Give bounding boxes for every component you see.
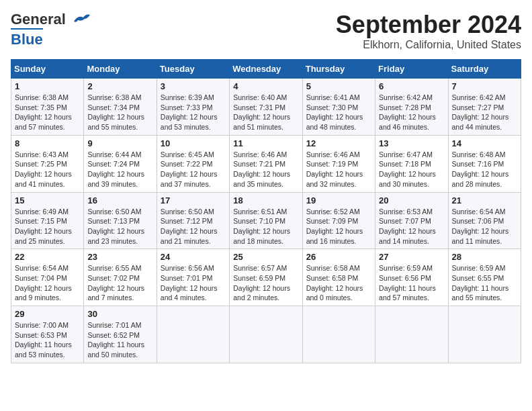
- calendar-cell: 30Sunrise: 7:01 AM Sunset: 6:52 PM Dayli…: [84, 306, 157, 363]
- calendar-cell: 22Sunrise: 6:54 AM Sunset: 7:04 PM Dayli…: [11, 249, 84, 306]
- day-number: 8: [15, 138, 80, 148]
- day-number: 20: [379, 195, 444, 205]
- day-detail: Sunrise: 6:59 AM Sunset: 6:55 PM Dayligh…: [452, 263, 517, 303]
- calendar-cell: 14Sunrise: 6:48 AM Sunset: 7:16 PM Dayli…: [448, 135, 521, 192]
- day-detail: Sunrise: 6:46 AM Sunset: 7:21 PM Dayligh…: [233, 150, 298, 189]
- calendar-week-row: 1Sunrise: 6:38 AM Sunset: 7:35 PM Daylig…: [11, 79, 521, 136]
- day-detail: Sunrise: 6:57 AM Sunset: 6:59 PM Dayligh…: [233, 263, 298, 303]
- day-detail: Sunrise: 6:59 AM Sunset: 6:56 PM Dayligh…: [379, 263, 444, 303]
- day-number: 25: [233, 252, 298, 262]
- logo-general: General: [11, 11, 66, 28]
- day-number: 19: [306, 195, 371, 205]
- day-detail: Sunrise: 6:47 AM Sunset: 7:18 PM Dayligh…: [379, 150, 444, 189]
- calendar-subtitle: Elkhorn, California, United States: [336, 39, 521, 51]
- day-detail: Sunrise: 6:42 AM Sunset: 7:27 PM Dayligh…: [452, 93, 517, 132]
- day-number: 7: [452, 81, 517, 91]
- calendar-cell: 6Sunrise: 6:42 AM Sunset: 7:28 PM Daylig…: [375, 79, 448, 136]
- calendar-cell: 21Sunrise: 6:54 AM Sunset: 7:06 PM Dayli…: [448, 192, 521, 249]
- calendar-cell: 16Sunrise: 6:50 AM Sunset: 7:13 PM Dayli…: [84, 192, 157, 249]
- day-number: 12: [306, 138, 371, 148]
- calendar-cell: 27Sunrise: 6:59 AM Sunset: 6:56 PM Dayli…: [375, 249, 448, 306]
- calendar-cell: 28Sunrise: 6:59 AM Sunset: 6:55 PM Dayli…: [448, 249, 521, 306]
- calendar-cell: 17Sunrise: 6:50 AM Sunset: 7:12 PM Dayli…: [157, 192, 229, 249]
- calendar-cell: [157, 306, 229, 363]
- day-detail: Sunrise: 6:38 AM Sunset: 7:34 PM Dayligh…: [87, 93, 152, 132]
- day-number: 27: [379, 252, 444, 262]
- day-detail: Sunrise: 6:39 AM Sunset: 7:33 PM Dayligh…: [161, 93, 226, 132]
- weekday-header-sunday: Sunday: [11, 60, 84, 79]
- calendar-cell: 8Sunrise: 6:43 AM Sunset: 7:25 PM Daylig…: [11, 135, 84, 192]
- calendar-cell: 29Sunrise: 7:00 AM Sunset: 6:53 PM Dayli…: [11, 306, 84, 363]
- day-detail: Sunrise: 6:49 AM Sunset: 7:15 PM Dayligh…: [15, 207, 80, 246]
- day-detail: Sunrise: 6:53 AM Sunset: 7:07 PM Dayligh…: [379, 207, 444, 246]
- day-number: 30: [87, 309, 152, 319]
- day-number: 28: [452, 252, 517, 262]
- day-number: 11: [233, 138, 298, 148]
- day-number: 2: [87, 81, 152, 91]
- day-number: 15: [15, 195, 80, 205]
- day-number: 5: [306, 81, 371, 91]
- day-detail: Sunrise: 6:43 AM Sunset: 7:25 PM Dayligh…: [15, 150, 80, 189]
- calendar-cell: 19Sunrise: 6:52 AM Sunset: 7:09 PM Dayli…: [302, 192, 375, 249]
- calendar-week-row: 8Sunrise: 6:43 AM Sunset: 7:25 PM Daylig…: [11, 135, 521, 192]
- day-number: 9: [87, 138, 152, 148]
- day-detail: Sunrise: 6:48 AM Sunset: 7:16 PM Dayligh…: [452, 150, 517, 189]
- calendar-cell: 4Sunrise: 6:40 AM Sunset: 7:31 PM Daylig…: [230, 79, 302, 136]
- calendar-cell: 25Sunrise: 6:57 AM Sunset: 6:59 PM Dayli…: [230, 249, 302, 306]
- calendar-header-row: SundayMondayTuesdayWednesdayThursdayFrid…: [11, 60, 521, 79]
- calendar-cell: 9Sunrise: 6:44 AM Sunset: 7:24 PM Daylig…: [84, 135, 157, 192]
- day-detail: Sunrise: 7:01 AM Sunset: 6:52 PM Dayligh…: [87, 320, 152, 360]
- logo-bird-icon: [69, 12, 90, 27]
- day-number: 22: [15, 252, 80, 262]
- calendar-cell: 11Sunrise: 6:46 AM Sunset: 7:21 PM Dayli…: [230, 135, 302, 192]
- calendar-cell: 7Sunrise: 6:42 AM Sunset: 7:27 PM Daylig…: [448, 79, 521, 136]
- day-number: 26: [306, 252, 371, 262]
- weekday-header-monday: Monday: [84, 60, 157, 79]
- day-detail: Sunrise: 6:52 AM Sunset: 7:09 PM Dayligh…: [306, 207, 371, 246]
- calendar-title-area: September 2024 Elkhorn, California, Unit…: [336, 11, 521, 51]
- calendar-cell: 24Sunrise: 6:56 AM Sunset: 7:01 PM Dayli…: [157, 249, 229, 306]
- day-detail: Sunrise: 6:56 AM Sunset: 7:01 PM Dayligh…: [161, 263, 226, 303]
- day-number: 3: [161, 81, 226, 91]
- calendar-main-title: September 2024: [336, 11, 521, 39]
- day-detail: Sunrise: 6:54 AM Sunset: 7:06 PM Dayligh…: [452, 207, 517, 246]
- weekday-header-wednesday: Wednesday: [230, 60, 302, 79]
- day-detail: Sunrise: 6:55 AM Sunset: 7:02 PM Dayligh…: [87, 263, 152, 303]
- day-number: 23: [87, 252, 152, 262]
- day-detail: Sunrise: 6:41 AM Sunset: 7:30 PM Dayligh…: [306, 93, 371, 132]
- calendar-cell: [230, 306, 302, 363]
- day-detail: Sunrise: 6:50 AM Sunset: 7:13 PM Dayligh…: [87, 207, 152, 246]
- day-number: 24: [161, 252, 226, 262]
- calendar-cell: 20Sunrise: 6:53 AM Sunset: 7:07 PM Dayli…: [375, 192, 448, 249]
- day-detail: Sunrise: 6:42 AM Sunset: 7:28 PM Dayligh…: [379, 93, 444, 132]
- page-header: General Blue September 2024 Elkhorn, Cal…: [11, 11, 521, 51]
- calendar-week-row: 29Sunrise: 7:00 AM Sunset: 6:53 PM Dayli…: [11, 306, 521, 363]
- weekday-header-saturday: Saturday: [448, 60, 521, 79]
- calendar-table: SundayMondayTuesdayWednesdayThursdayFrid…: [11, 59, 521, 363]
- day-number: 16: [87, 195, 152, 205]
- weekday-header-tuesday: Tuesday: [157, 60, 229, 79]
- day-detail: Sunrise: 6:44 AM Sunset: 7:24 PM Dayligh…: [87, 150, 152, 189]
- calendar-cell: [375, 306, 448, 363]
- day-number: 10: [161, 138, 226, 148]
- calendar-cell: [302, 306, 375, 363]
- calendar-week-row: 22Sunrise: 6:54 AM Sunset: 7:04 PM Dayli…: [11, 249, 521, 306]
- calendar-cell: 18Sunrise: 6:51 AM Sunset: 7:10 PM Dayli…: [230, 192, 302, 249]
- day-number: 13: [379, 138, 444, 148]
- calendar-week-row: 15Sunrise: 6:49 AM Sunset: 7:15 PM Dayli…: [11, 192, 521, 249]
- day-detail: Sunrise: 6:40 AM Sunset: 7:31 PM Dayligh…: [233, 93, 298, 132]
- calendar-cell: 26Sunrise: 6:58 AM Sunset: 6:58 PM Dayli…: [302, 249, 375, 306]
- calendar-cell: 2Sunrise: 6:38 AM Sunset: 7:34 PM Daylig…: [84, 79, 157, 136]
- calendar-cell: 1Sunrise: 6:38 AM Sunset: 7:35 PM Daylig…: [11, 79, 84, 136]
- calendar-cell: [448, 306, 521, 363]
- day-number: 29: [15, 309, 80, 319]
- logo: General Blue: [11, 11, 90, 48]
- calendar-cell: 23Sunrise: 6:55 AM Sunset: 7:02 PM Dayli…: [84, 249, 157, 306]
- day-detail: Sunrise: 6:50 AM Sunset: 7:12 PM Dayligh…: [161, 207, 226, 246]
- day-detail: Sunrise: 6:51 AM Sunset: 7:10 PM Dayligh…: [233, 207, 298, 246]
- day-number: 17: [161, 195, 226, 205]
- day-detail: Sunrise: 7:00 AM Sunset: 6:53 PM Dayligh…: [15, 320, 80, 360]
- calendar-cell: 15Sunrise: 6:49 AM Sunset: 7:15 PM Dayli…: [11, 192, 84, 249]
- calendar-cell: 5Sunrise: 6:41 AM Sunset: 7:30 PM Daylig…: [302, 79, 375, 136]
- day-detail: Sunrise: 6:38 AM Sunset: 7:35 PM Dayligh…: [15, 93, 80, 132]
